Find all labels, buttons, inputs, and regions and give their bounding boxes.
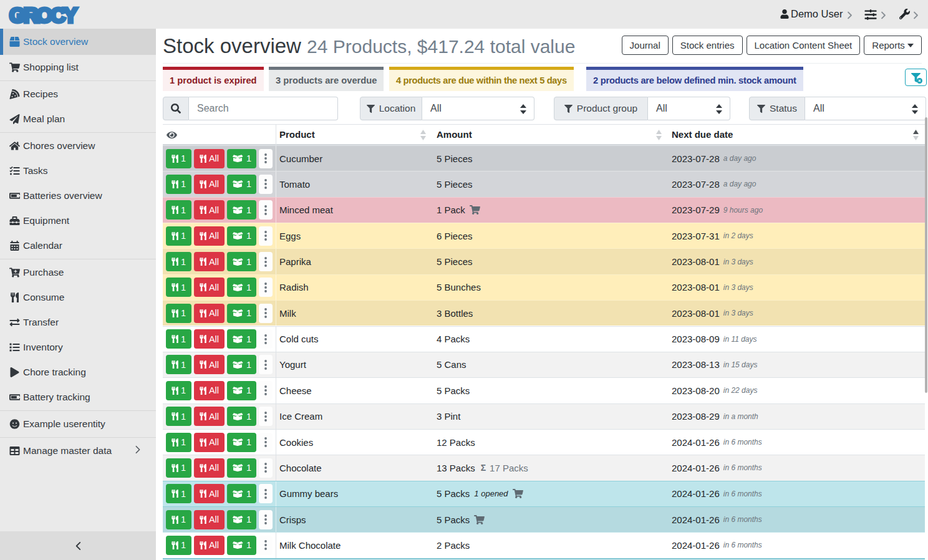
- svg-text:GROCY: GROCY: [9, 4, 77, 27]
